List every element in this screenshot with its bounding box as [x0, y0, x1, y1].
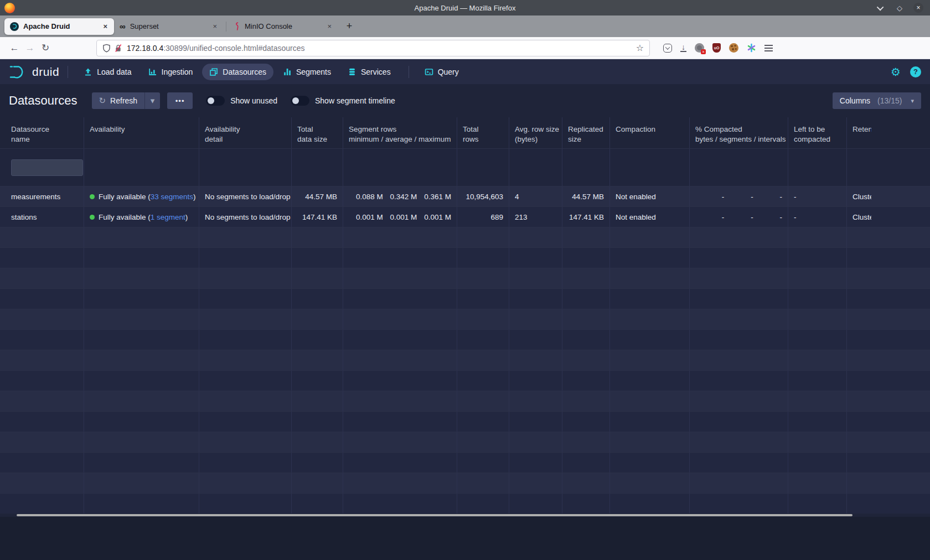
filter-cell: [6, 149, 84, 186]
column-header-segment-rows[interactable]: Segment rowsminimum / average / maximum: [343, 117, 457, 148]
url-text: 172.18.0.4:30899/unified-console.html#da…: [127, 44, 636, 53]
druid-logo[interactable]: druid: [9, 64, 59, 80]
datasources-icon: [209, 68, 218, 76]
nav-item-datasources[interactable]: Datasources: [202, 64, 273, 80]
asterisk-extension-icon[interactable]: [747, 43, 756, 53]
column-header-total-data-size[interactable]: Totaldata size: [292, 117, 343, 148]
chevron-down-icon: [876, 3, 884, 11]
tab-close-icon[interactable]: ×: [101, 21, 110, 32]
total-rows-cell: 10,954,603: [457, 186, 509, 206]
column-header-avg-row-size[interactable]: Avg. row size(bytes): [509, 117, 562, 148]
window-chevron-button[interactable]: [876, 3, 886, 13]
datasource-filter-input[interactable]: [11, 159, 83, 176]
firefox-logo-icon: [4, 3, 15, 13]
availability-status-dot: [90, 215, 95, 220]
pct-compacted-cell: ---: [690, 207, 788, 227]
reload-button[interactable]: ↻: [38, 40, 53, 56]
minio-favicon-icon: [234, 22, 240, 30]
privacy-extension-icon[interactable]: ×: [695, 43, 704, 53]
compaction-cell: Not enabled: [610, 186, 690, 206]
show-segment-timeline-switch[interactable]: [291, 96, 309, 106]
insecure-lock-icon[interactable]: [114, 44, 122, 53]
downloads-button[interactable]: ↓: [680, 44, 686, 52]
nav-item-load-data[interactable]: Load data: [76, 64, 138, 80]
table-filter-row: [0, 148, 930, 186]
table-row-empty: [0, 452, 930, 473]
table-row-measurements[interactable]: measurements Fully available (33 segment…: [0, 186, 930, 206]
column-header-total-rows[interactable]: Totalrows: [457, 117, 509, 148]
bookmark-star-icon[interactable]: ☆: [636, 43, 644, 53]
query-icon: [425, 68, 433, 76]
refresh-button[interactable]: ↻ Refresh: [92, 92, 145, 109]
help-icon[interactable]: ?: [910, 66, 921, 77]
window-maximize-button[interactable]: ◇: [895, 3, 905, 13]
left-to-be-compacted-cell: -: [788, 207, 847, 227]
page-header: Datasources ↻ Refresh ▾ ••• Show unused …: [0, 84, 930, 117]
segment-rows-cell: 0.088 M0.342 M0.361 M: [343, 186, 457, 206]
refresh-caret-button[interactable]: ▾: [144, 92, 160, 109]
window-close-button[interactable]: ×: [913, 3, 923, 13]
column-header-replicated-size[interactable]: Replicatedsize: [562, 117, 610, 148]
nav-item-segments[interactable]: Segments: [276, 64, 338, 80]
tab-apache-druid[interactable]: Apache Druid ×: [4, 18, 114, 35]
url-bar[interactable]: 172.18.0.4:30899/unified-console.html#da…: [96, 40, 650, 56]
total-data-size-cell: 44.57 MB: [292, 186, 343, 206]
settings-gear-icon[interactable]: ⚙: [891, 65, 901, 79]
tab-label: Superset: [130, 22, 211, 30]
nav-item-services[interactable]: Services: [340, 64, 398, 80]
nav-item-label: Services: [361, 68, 391, 76]
column-header-availability-detail[interactable]: Availabilitydetail: [199, 117, 292, 148]
tab-close-icon[interactable]: ×: [325, 21, 334, 32]
window-title: Apache Druid — Mozilla Firefox: [415, 4, 516, 12]
left-to-be-compacted-cell: -: [788, 186, 847, 206]
tab-close-icon[interactable]: ×: [210, 21, 219, 32]
nav-item-label: Segments: [296, 68, 331, 76]
caret-down-icon: ▾: [911, 97, 914, 105]
refresh-icon: ↻: [99, 96, 106, 106]
tab-superset[interactable]: ∞ Superset ×: [114, 18, 224, 35]
show-unused-label: Show unused: [230, 96, 277, 105]
column-header-availability[interactable]: Availability: [84, 117, 199, 148]
show-segment-timeline-label: Show segment timeline: [315, 96, 395, 105]
table-header-row: Datasourcename Availability Availability…: [0, 117, 930, 148]
tab-label: Apache Druid: [23, 22, 101, 30]
column-header-retention[interactable]: Retention: [847, 117, 930, 148]
forward-button[interactable]: →: [22, 40, 38, 56]
table-row-empty: [0, 350, 930, 370]
segment-rows-cell: 0.001 M0.001 M0.001 M: [343, 207, 457, 227]
load-data-icon: [84, 68, 92, 76]
nav-item-ingestion[interactable]: Ingestion: [141, 64, 200, 80]
column-header-left-to-be-compacted[interactable]: Left to becompacted: [788, 117, 847, 148]
menu-button[interactable]: [764, 45, 773, 51]
horizontal-scrollbar[interactable]: [17, 514, 852, 516]
segments-link[interactable]: 33 segments: [151, 193, 193, 201]
tab-bar: Apache Druid × ∞ Superset × MinIO Consol…: [0, 15, 930, 37]
cookie-extension-icon[interactable]: [729, 43, 738, 53]
segments-link[interactable]: 1 segment: [151, 213, 185, 221]
ublock-origin-icon[interactable]: uO: [712, 43, 721, 53]
browser-toolbar: ← → ↻ 172.18.0.4:30899/unified-console.h…: [0, 37, 930, 59]
table-row-empty: [0, 493, 930, 514]
columns-button[interactable]: Columns (13/15) ▾: [833, 92, 921, 109]
back-button[interactable]: ←: [7, 40, 22, 56]
datasources-table: Datasourcename Availability Availability…: [0, 117, 930, 517]
tab-minio-console[interactable]: MinIO Console ×: [229, 18, 338, 35]
pocket-icon[interactable]: [663, 44, 672, 53]
column-header-pct-compacted[interactable]: % Compactedbytes / segments / intervals: [690, 117, 788, 148]
switch-knob: [208, 97, 214, 104]
availability-cell: Fully available (1 segment): [84, 207, 199, 227]
column-header-compaction[interactable]: Compaction: [610, 117, 690, 148]
table-row-stations[interactable]: stations Fully available (1 segment) No …: [0, 206, 930, 227]
new-tab-button[interactable]: +: [342, 19, 357, 34]
column-header-datasource-name[interactable]: Datasourcename: [6, 117, 84, 148]
nav-item-query[interactable]: Query: [417, 64, 466, 80]
segments-icon: [283, 68, 292, 76]
show-unused-switch[interactable]: [206, 96, 225, 106]
replicated-size-cell: 44.57 MB: [562, 186, 610, 206]
more-actions-button[interactable]: •••: [167, 92, 193, 109]
page-title: Datasources: [9, 94, 78, 108]
availability-detail-cell: No segments to load/drop: [199, 207, 292, 227]
tracking-shield-icon[interactable]: [102, 44, 111, 53]
table-row-empty: [0, 370, 930, 391]
druid-wordmark: druid: [32, 65, 59, 79]
